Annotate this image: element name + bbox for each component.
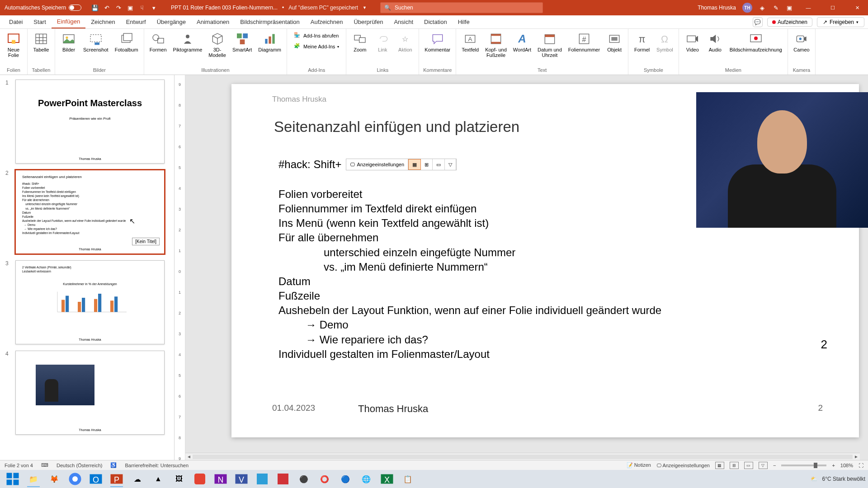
todoist-icon[interactable] <box>190 471 210 487</box>
equation-button[interactable]: πFormel <box>632 31 652 53</box>
app-icon[interactable]: ☁ <box>127 471 147 487</box>
shapes-button[interactable]: Formen <box>148 31 169 53</box>
tab-ueberpruefen[interactable]: Überprüfen <box>348 15 388 28</box>
view-slideshow-button[interactable]: ▽ <box>445 159 456 170</box>
zoom-in-icon[interactable]: + <box>832 463 835 468</box>
weather-text[interactable]: 6°C Stark bewölkt <box>822 476 865 482</box>
present-icon[interactable]: ▣ <box>127 4 134 11</box>
view-sorter-button[interactable]: ⊞ <box>421 159 433 170</box>
zoom-button[interactable]: Zoom <box>350 31 370 53</box>
app-icon[interactable]: 📋 <box>398 471 418 487</box>
powerpoint-icon[interactable]: P <box>107 471 127 487</box>
fit-window-icon[interactable]: ⛶ <box>859 463 863 468</box>
obs-icon[interactable]: ⚫ <box>294 471 314 487</box>
save-location[interactable]: Auf "diesem PC" gespeichert <box>288 5 358 11</box>
slide-thumbnails[interactable]: 1 PowerPoint Masterclass Präsentieren wi… <box>0 75 175 460</box>
screenshot-button[interactable]: Screenshot <box>81 31 110 53</box>
tab-dictation[interactable]: Dictation <box>419 15 453 28</box>
video-button[interactable]: Video <box>683 31 703 53</box>
cameo-button[interactable]: Cameo <box>792 31 811 53</box>
scroll-right-icon[interactable]: ► <box>853 454 860 459</box>
textbox-button[interactable]: ATextfeld <box>460 31 481 53</box>
slide-number-button[interactable]: #Foliennummer <box>566 31 602 53</box>
comment-button[interactable]: Kommentar <box>423 31 452 53</box>
link-button[interactable]: Link <box>373 31 392 53</box>
tab-animationen[interactable]: Animationen <box>191 15 235 28</box>
thumbnail-3[interactable]: 2 Vertikale Achsen (Primär, sekundär) Le… <box>15 260 165 344</box>
view-normal-icon[interactable]: ▦ <box>715 462 724 469</box>
display-settings-button[interactable]: 🖵Anzeigeeinstellungen <box>346 159 408 170</box>
diamond-icon[interactable]: ◈ <box>759 4 766 11</box>
save-icon[interactable]: 💾 <box>91 4 99 11</box>
3d-models-button[interactable]: 3D- Modelle <box>207 31 228 59</box>
keyboard-icon[interactable]: ⌨ <box>41 462 48 468</box>
app-icon[interactable]: 🔵 <box>335 471 355 487</box>
tab-uebergaenge[interactable]: Übergänge <box>151 15 191 28</box>
chrome-icon[interactable] <box>65 471 85 487</box>
onenote-icon[interactable]: N <box>211 471 231 487</box>
user-name[interactable]: Thomas Hruska <box>698 5 736 11</box>
notes-button[interactable]: 📝 Notizen <box>627 462 651 468</box>
search-input[interactable]: 🔍 Suchen <box>380 2 543 13</box>
pen-icon[interactable]: ✎ <box>772 4 779 11</box>
tab-zeichnen[interactable]: Zeichnen <box>85 15 120 28</box>
thumbnail-4[interactable]: Thomas Hruska <box>15 351 165 435</box>
share-button[interactable]: ↗Freigeben▾ <box>817 17 864 27</box>
record-button[interactable]: Aufzeichnen <box>767 18 812 27</box>
scroll-track[interactable] <box>193 455 853 459</box>
app-icon[interactable] <box>273 471 293 487</box>
tab-datei[interactable]: Datei <box>4 15 28 28</box>
close-icon[interactable]: ✕ <box>848 0 866 15</box>
tab-hilfe[interactable]: Hilfe <box>453 15 475 28</box>
chevron-down-icon[interactable]: ▼ <box>363 5 367 10</box>
avatar[interactable]: TH <box>742 3 752 13</box>
excel-icon[interactable]: X <box>377 471 397 487</box>
scroll-left-icon[interactable]: ◄ <box>185 454 193 459</box>
undo-icon[interactable]: ↶ <box>103 4 110 11</box>
window-icon[interactable]: ▣ <box>786 4 793 11</box>
visio-icon[interactable]: V <box>231 471 251 487</box>
smartart-button[interactable]: SmartArt <box>231 31 254 53</box>
toggle-switch-icon[interactable] <box>69 5 81 11</box>
touch-icon[interactable]: ☟ <box>138 4 146 11</box>
wordart-button[interactable]: AWordArt <box>511 31 533 53</box>
horizontal-scrollbar[interactable]: ◄ ► <box>185 453 860 460</box>
comments-icon[interactable]: 💬 <box>753 17 763 27</box>
thumbnail-1[interactable]: PowerPoint Masterclass Präsentieren wie … <box>15 80 165 164</box>
tab-aufzeichnen[interactable]: Aufzeichnen <box>305 15 349 28</box>
explorer-icon[interactable]: 📁 <box>24 471 43 487</box>
chart-button[interactable]: Diagramm <box>256 31 283 53</box>
tab-ansicht[interactable]: Ansicht <box>388 15 419 28</box>
view-slideshow-icon[interactable]: ▽ <box>759 462 768 469</box>
display-settings-button[interactable]: 🖵 Anzeigeeinstellungen <box>656 463 710 468</box>
thumbnail-2[interactable]: Seitenanzahl einfügen und platzieren #ha… <box>15 170 165 254</box>
outlook-icon[interactable]: O <box>86 471 106 487</box>
photoalbum-button[interactable]: Fotoalbum <box>113 31 140 53</box>
zoom-slider[interactable] <box>781 465 826 466</box>
app-icon[interactable] <box>252 471 272 487</box>
slide-page-number[interactable]: 2 <box>821 338 827 352</box>
datetime-button[interactable]: Datum und Uhrzeit <box>536 31 564 59</box>
table-button[interactable]: Tabelle <box>31 31 51 53</box>
zoom-out-icon[interactable]: − <box>773 463 776 468</box>
object-button[interactable]: Objekt <box>604 31 624 53</box>
status-language[interactable]: Deutsch (Österreich) <box>57 463 102 468</box>
view-normal-button[interactable]: ▦ <box>408 159 421 170</box>
icons-button[interactable]: Piktogramme <box>171 31 204 53</box>
qat-more-icon[interactable]: ▾ <box>150 4 157 11</box>
zoom-level[interactable]: 108% <box>840 463 853 468</box>
minimize-icon[interactable]: — <box>799 0 817 15</box>
tab-entwurf[interactable]: Entwurf <box>121 15 151 28</box>
view-sorter-icon[interactable]: ⊞ <box>730 462 739 469</box>
new-slide-button[interactable]: Neue Folie <box>4 31 24 59</box>
maximize-icon[interactable]: ☐ <box>824 0 842 15</box>
action-button[interactable]: ☆Aktion <box>395 31 415 53</box>
symbol-button[interactable]: ΩSymbol <box>655 31 675 53</box>
autosave-toggle[interactable]: Automatisches Speichern <box>2 5 84 11</box>
status-slide-count[interactable]: Folie 2 von 4 <box>5 463 33 468</box>
pictures-button[interactable]: Bilder <box>59 31 79 53</box>
view-reading-icon[interactable]: ▭ <box>744 462 753 469</box>
tab-bildschirm[interactable]: Bildschirmpräsentation <box>235 15 305 28</box>
redo-icon[interactable]: ↷ <box>115 4 122 11</box>
screen-recording-button[interactable]: Bildschirmaufzeichnung <box>728 31 784 53</box>
